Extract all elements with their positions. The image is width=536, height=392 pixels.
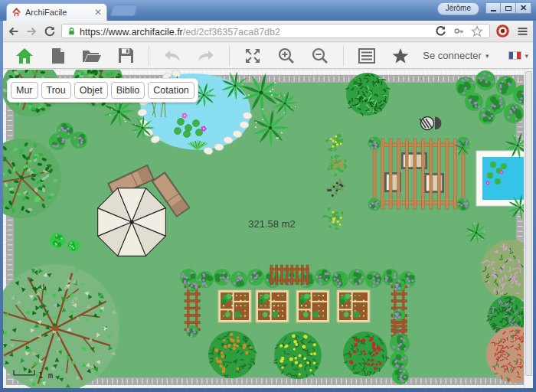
page-refresh-icon[interactable] <box>433 24 448 38</box>
vegetable-plot[interactable] <box>256 290 289 322</box>
login-label: Se connecter <box>423 50 482 61</box>
zoom-out-button[interactable] <box>303 45 337 67</box>
titlebar: ArchiFacile ✕ Jérôme ✕ <box>0 0 536 21</box>
flowering-bush[interactable] <box>274 332 322 379</box>
url-path: /ed/2cf36357aca87db2 <box>183 27 280 38</box>
favorites-star-button[interactable] <box>384 45 417 67</box>
archifacile-favicon <box>11 8 21 18</box>
flowering-bush[interactable] <box>479 107 495 124</box>
new-file-button[interactable] <box>41 45 75 67</box>
vertical-scrollbar[interactable] <box>524 70 533 389</box>
save-button[interactable] <box>109 45 142 67</box>
vegetable-plot[interactable] <box>337 290 370 322</box>
window-frame <box>533 21 536 392</box>
flowering-bush[interactable] <box>476 70 495 90</box>
small-bush[interactable] <box>67 240 80 252</box>
browser-tab[interactable]: ArchiFacile ✕ <box>6 3 107 21</box>
key-icon[interactable] <box>451 24 466 38</box>
tool-button-mur[interactable]: Mur <box>11 82 38 99</box>
trellis-vertical[interactable] <box>185 279 201 338</box>
small-bush[interactable] <box>50 233 65 248</box>
vine-trellis[interactable] <box>390 309 410 384</box>
home-button[interactable] <box>8 45 41 67</box>
tool-button-cotation[interactable]: Cotation <box>148 82 194 99</box>
redo-button[interactable] <box>189 45 223 67</box>
flag-caret-icon[interactable]: ▾ <box>525 52 528 60</box>
zoom-in-button[interactable] <box>270 45 303 67</box>
url-host: https://www.archifacile.fr <box>80 27 183 38</box>
user-button[interactable]: Jérôme <box>437 2 479 15</box>
flowering-bush[interactable] <box>70 132 87 149</box>
maximize-button[interactable] <box>501 2 516 14</box>
url-bar-row: https://www.archifacile.fr/ed/2cf36357ac… <box>0 21 536 42</box>
vegetable-plot[interactable] <box>296 290 329 322</box>
plan-list-button[interactable] <box>350 45 384 67</box>
language-flag-icon[interactable] <box>508 51 521 60</box>
scrollbar-thumb[interactable] <box>525 71 532 376</box>
https-lock-icon <box>67 26 77 37</box>
editor-canvas[interactable]: 321.58 m21 m Mur Trou Objet Biblio Cotat… <box>0 70 536 389</box>
extension-red-icon[interactable] <box>495 24 510 38</box>
tool-button-biblio[interactable]: Biblio <box>111 82 145 99</box>
minimize-button[interactable] <box>485 2 501 14</box>
caret-down-icon: ▾ <box>485 52 489 60</box>
tool-button-trou[interactable]: Trou <box>41 82 71 99</box>
barbecue[interactable] <box>420 117 442 130</box>
flowering-bush[interactable] <box>496 76 516 96</box>
undo-button[interactable] <box>155 45 189 67</box>
tab-close-icon[interactable]: ✕ <box>94 8 102 16</box>
bookmark-star-icon[interactable] <box>469 24 485 38</box>
flowering-bush[interactable] <box>49 133 66 150</box>
vegetable-plot[interactable] <box>218 290 251 322</box>
garden-plan[interactable]: 321.58 m21 m <box>0 70 536 389</box>
editor-toolbar: Se connecter ▾ ▾ <box>0 43 536 69</box>
parasol[interactable] <box>98 188 166 256</box>
flowering-bush[interactable] <box>465 93 483 111</box>
window-frame <box>0 388 536 392</box>
tool-button-objet[interactable]: Objet <box>74 82 108 99</box>
url-input[interactable]: https://www.archifacile.fr/ed/2cf36357ac… <box>61 24 490 38</box>
open-folder-button[interactable] <box>75 45 109 67</box>
tab-title: ArchiFacile <box>25 8 90 17</box>
reload-icon[interactable] <box>43 25 57 38</box>
area-label: 321.58 m2 <box>248 218 295 230</box>
back-icon[interactable] <box>6 25 20 38</box>
drawing-tool-panel: Mur Trou Objet Biblio Cotation <box>7 78 198 103</box>
svg-text:1 m: 1 m <box>38 371 53 380</box>
login-dropdown[interactable]: Se connecter ▾ <box>423 50 489 61</box>
window-frame <box>0 21 3 392</box>
browser-window: ArchiFacile ✕ Jérôme ✕ https://www.archi… <box>0 0 536 392</box>
forward-icon[interactable] <box>25 25 38 38</box>
new-tab-button[interactable] <box>110 5 139 16</box>
fullscreen-button[interactable] <box>236 45 270 67</box>
close-button[interactable]: ✕ <box>516 2 531 14</box>
menu-hamburger-icon[interactable] <box>515 24 530 38</box>
flowering-bush[interactable] <box>504 103 524 123</box>
